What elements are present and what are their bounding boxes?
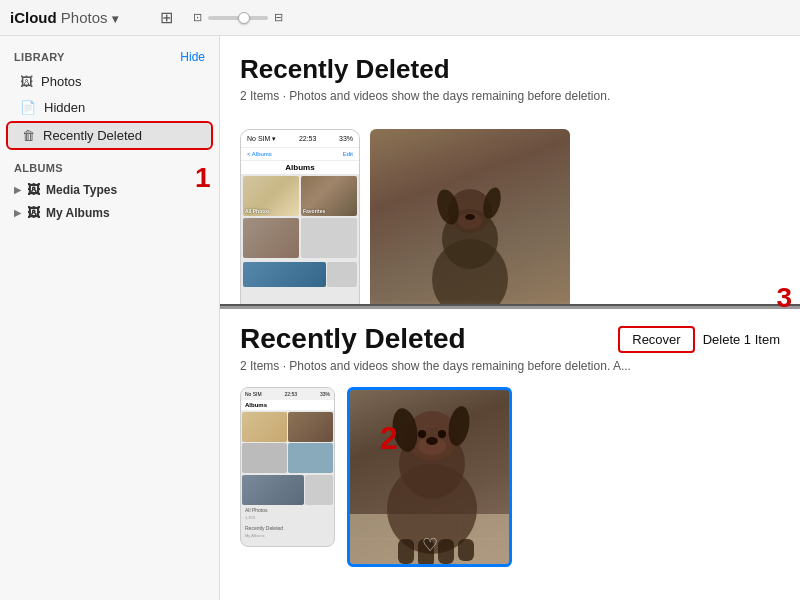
sidebar-item-recently-deleted[interactable]: 🗑 Recently Deleted <box>6 121 213 150</box>
phone-photo-grid: All Photos Favorites <box>241 174 359 260</box>
sidebar-item-media-types[interactable]: ▶ 🖼 Media Types <box>0 178 219 201</box>
sp-signal: No SIM <box>245 391 262 397</box>
sp-cell-1 <box>242 412 287 442</box>
sp-albums-header: Albums <box>241 400 334 411</box>
sidebar-item-photos-label: Photos <box>41 74 81 89</box>
phone-bottom-cell-1 <box>243 262 326 287</box>
sp-sublabel-2: My Albums <box>241 533 334 538</box>
sidebar-item-my-albums-label: My Albums <box>46 206 110 220</box>
trash-icon: 🗑 <box>22 128 35 143</box>
sidebar-item-hidden[interactable]: 📄 Hidden <box>6 95 213 120</box>
albums-back-text: < Albums <box>247 151 272 157</box>
sidebar-item-media-types-label: Media Types <box>46 183 117 197</box>
chevron-right-icon: ▶ <box>14 185 21 195</box>
phone-grid-cell-4 <box>301 218 357 258</box>
bottom-panel-subtitle: 2 Items · Photos and videos show the day… <box>240 359 780 373</box>
sp-small-cell <box>305 475 333 505</box>
size-slider[interactable] <box>208 16 268 20</box>
dropdown-arrow-icon[interactable]: ▾ <box>112 12 118 26</box>
bottom-panel: Recently Deleted Recover Delete 1 Item 3… <box>220 309 800 577</box>
phone-grid-cell-3 <box>243 218 299 258</box>
svg-rect-7 <box>440 304 454 306</box>
sp-grid <box>241 411 334 474</box>
svg-point-6 <box>465 214 475 220</box>
svg-point-22 <box>426 437 438 445</box>
slider-large-icon: ⊟ <box>274 11 283 24</box>
phone-albums-bar: < Albums Edit <box>241 148 359 161</box>
heart-icon: ♡ <box>422 534 438 556</box>
sp-row-2 <box>241 475 334 505</box>
cell2-label: Favorites <box>303 208 325 214</box>
bottom-panel-title: Recently Deleted <box>240 323 466 355</box>
slider-small-icon: ⊡ <box>193 11 202 24</box>
sidebar-item-recently-deleted-label: Recently Deleted <box>43 128 142 143</box>
size-slider-container: ⊡ ⊟ <box>193 11 283 24</box>
top-bar: iCloud Photos ▾ ⊞ ⊡ ⊟ <box>0 0 800 36</box>
sp-cell-3 <box>242 443 287 473</box>
svg-rect-26 <box>458 539 474 561</box>
cell1-label: All Photos <box>245 208 270 214</box>
chevron-right-icon-2: ▶ <box>14 208 21 218</box>
sp-battery: 33% <box>320 391 330 397</box>
main-layout: Library Hide 🖼 Photos 📄 Hidden 🗑 Recentl… <box>0 36 800 600</box>
sidebar-item-photos[interactable]: 🖼 Photos <box>6 69 213 94</box>
bottom-panel-header: Recently Deleted Recover Delete 1 Item 3 <box>240 323 780 355</box>
svg-rect-25 <box>438 539 454 564</box>
top-panel-title: Recently Deleted <box>240 54 780 85</box>
sp-status-bar: No SIM 22:53 33% <box>241 388 334 400</box>
sidebar-item-my-albums[interactable]: ▶ 🖼 My Albums <box>0 201 219 224</box>
albums-edit-text: Edit <box>343 151 353 157</box>
top-panel: Recently Deleted 2 Items · Photos and vi… <box>220 36 800 306</box>
dog-photo-large <box>370 129 570 306</box>
phone-bottom-cell-2 <box>327 262 357 287</box>
svg-point-20 <box>438 430 446 438</box>
dog-silhouette-svg <box>410 159 530 306</box>
photos-icon: 🖼 <box>20 74 33 89</box>
albums-title: Albums <box>241 161 359 174</box>
sp-label-1: All Photos <box>241 505 334 515</box>
bottom-panel-actions: Recover Delete 1 Item <box>618 326 780 353</box>
library-section-label: Library <box>14 51 65 63</box>
phone-grid-cell-1: All Photos <box>243 176 299 216</box>
hide-button[interactable]: Hide <box>180 50 205 64</box>
delete-button[interactable]: Delete 1 Item <box>703 332 780 347</box>
sp-cell-2 <box>288 412 333 442</box>
app-name-text: iCloud <box>10 9 57 26</box>
app-title: iCloud Photos ▾ <box>10 9 118 26</box>
my-albums-icon: 🖼 <box>27 205 40 220</box>
sp-sublabel-1: 1,303 <box>241 515 334 520</box>
app-subtitle-text: Photos <box>61 9 108 26</box>
albums-section-label: Albums <box>14 162 205 174</box>
photo-grid: No SIM 22:53 33% Albums <box>240 383 780 567</box>
phone-thumbnail: No SIM ▾ 22:53 33% < Albums Edit Albums … <box>240 129 360 306</box>
top-preview-container: No SIM ▾ 22:53 33% < Albums Edit Albums … <box>220 129 800 306</box>
sp-label-2: Recently Deleted <box>241 523 334 533</box>
slider-thumb[interactable] <box>238 12 250 24</box>
media-types-icon: 🖼 <box>27 182 40 197</box>
signal-text: No SIM ▾ <box>247 135 276 143</box>
battery-text: 33% <box>339 135 353 142</box>
content-area: Recently Deleted 2 Items · Photos and vi… <box>220 36 800 600</box>
phone-bottom-row <box>241 260 359 289</box>
top-panel-content: Recently Deleted 2 Items · Photos and vi… <box>220 36 800 123</box>
svg-point-19 <box>418 430 426 438</box>
hidden-icon: 📄 <box>20 100 36 115</box>
sp-time: 22:53 <box>285 391 298 397</box>
sidebar: Library Hide 🖼 Photos 📄 Hidden 🗑 Recentl… <box>0 36 220 600</box>
floor-overlay <box>370 299 570 306</box>
top-panel-subtitle: 2 Items · Photos and videos show the day… <box>240 89 780 103</box>
layout-icon[interactable]: ⊞ <box>160 8 173 27</box>
selected-dog-photo[interactable]: ♡ <box>347 387 512 567</box>
svg-rect-8 <box>460 304 474 306</box>
svg-rect-9 <box>478 304 492 306</box>
svg-rect-23 <box>398 539 414 564</box>
sp-wide-cell <box>242 475 304 505</box>
sidebar-item-hidden-label: Hidden <box>44 100 85 115</box>
recover-button[interactable]: Recover <box>618 326 694 353</box>
phone-status-bar: No SIM ▾ 22:53 33% <box>241 130 359 148</box>
time-text: 22:53 <box>299 135 317 142</box>
phone-grid-cell-2: Favorites <box>301 176 357 216</box>
small-phone-thumbnail: No SIM 22:53 33% Albums <box>240 387 335 547</box>
sp-cell-4 <box>288 443 333 473</box>
